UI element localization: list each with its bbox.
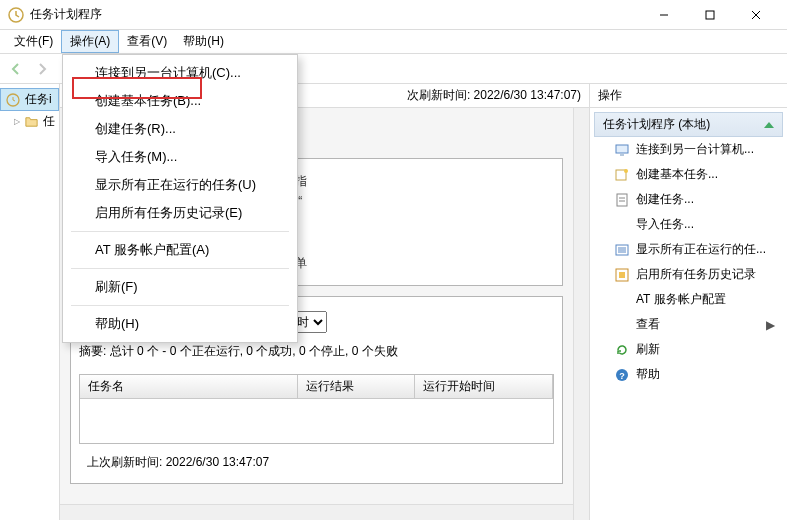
app-icon — [8, 7, 24, 23]
title-bar: 任务计划程序 — [0, 0, 787, 30]
action-show-running[interactable]: 显示所有正在运行的任... — [594, 237, 783, 262]
maximize-button[interactable] — [687, 0, 733, 30]
collapse-icon — [764, 122, 774, 128]
folder-icon — [24, 114, 39, 130]
svg-text:?: ? — [619, 371, 625, 381]
action-enable-history[interactable]: 启用所有任务历史记录 — [594, 262, 783, 287]
tree-pane: 任务i ▷ 任 — [0, 84, 60, 520]
svg-rect-1 — [706, 11, 714, 19]
action-import[interactable]: 导入任务... — [594, 212, 783, 237]
table-header: 任务名 运行结果 运行开始时间 — [80, 375, 553, 399]
status-summary: 摘要: 总计 0 个 - 0 个正在运行, 0 个成功, 0 个停止, 0 个失… — [79, 343, 554, 360]
help-icon: ? — [614, 367, 630, 383]
col-run-result[interactable]: 运行结果 — [298, 375, 415, 398]
back-button[interactable] — [6, 59, 26, 79]
action-connect[interactable]: 连接到另一台计算机... — [594, 137, 783, 162]
menu-view[interactable]: 查看(V) — [119, 31, 175, 52]
vertical-scrollbar[interactable] — [573, 108, 589, 520]
cm-at-account[interactable]: AT 服务帐户配置(A) — [65, 236, 295, 264]
submenu-arrow-icon: ▶ — [766, 318, 775, 332]
action-create-basic[interactable]: 创建基本任务... — [594, 162, 783, 187]
cm-connect[interactable]: 连接到另一台计算机(C)... — [65, 59, 295, 87]
tree-child-label: 任 — [43, 113, 55, 130]
menu-bar: 文件(F) 操作(A) 查看(V) 帮助(H) — [0, 30, 787, 54]
menu-help[interactable]: 帮助(H) — [175, 31, 232, 52]
col-start-time[interactable]: 运行开始时间 — [415, 375, 553, 398]
cm-show-running[interactable]: 显示所有正在运行的任务(U) — [65, 171, 295, 199]
last-refresh-header: 次刷新时间: 2022/6/30 13:47:07) — [407, 87, 581, 104]
refresh-icon — [614, 342, 630, 358]
tree-root-node[interactable]: 任务i — [0, 88, 59, 111]
cm-enable-history[interactable]: 启用所有任务历史记录(E) — [65, 199, 295, 227]
menu-file[interactable]: 文件(F) — [6, 31, 61, 52]
clock-icon — [5, 92, 21, 108]
actions-body: 任务计划程序 (本地) 连接到另一台计算机... 创建基本任务... 创建任务.… — [590, 108, 787, 520]
status-table: 任务名 运行结果 运行开始时间 — [79, 374, 554, 444]
col-task-name[interactable]: 任务名 — [80, 375, 298, 398]
computer-icon — [614, 142, 630, 158]
actions-pane: 操作 任务计划程序 (本地) 连接到另一台计算机... 创建基本任务... 创建… — [590, 84, 787, 520]
cm-separator-3 — [71, 305, 289, 306]
cm-create-task[interactable]: 创建任务(R)... — [65, 115, 295, 143]
action-help[interactable]: ? 帮助 — [594, 362, 783, 387]
action-create-task[interactable]: 创建任务... — [594, 187, 783, 212]
action-context-menu: 连接到另一台计算机(C)... 创建基本任务(B)... 创建任务(R)... … — [62, 54, 298, 343]
action-refresh[interactable]: 刷新 — [594, 337, 783, 362]
cm-create-basic[interactable]: 创建基本任务(B)... — [65, 87, 295, 115]
action-at-account[interactable]: AT 服务帐户配置 — [594, 287, 783, 312]
cm-help[interactable]: 帮助(H) — [65, 310, 295, 338]
action-group-header[interactable]: 任务计划程序 (本地) — [594, 112, 783, 137]
menu-action[interactable]: 操作(A) — [61, 30, 119, 53]
wand-icon — [614, 167, 630, 183]
svg-point-10 — [624, 169, 628, 173]
list-icon — [614, 242, 630, 258]
minimize-button[interactable] — [641, 0, 687, 30]
action-view[interactable]: 查看 ▶ — [594, 312, 783, 337]
history-icon — [614, 267, 630, 283]
tree-root-label: 任务i — [25, 91, 52, 108]
svg-rect-8 — [620, 154, 624, 156]
expand-icon[interactable]: ▷ — [14, 117, 20, 126]
svg-rect-7 — [616, 145, 628, 153]
horizontal-scrollbar[interactable] — [60, 504, 573, 520]
svg-rect-11 — [617, 194, 627, 206]
footer-refresh: 上次刷新时间: 2022/6/30 13:47:07 — [79, 444, 554, 475]
window-title: 任务计划程序 — [30, 6, 102, 23]
cm-separator-2 — [71, 268, 289, 269]
cm-separator — [71, 231, 289, 232]
actions-title: 操作 — [590, 84, 787, 108]
tree-child-node[interactable]: ▷ 任 — [0, 111, 59, 132]
cm-refresh[interactable]: 刷新(F) — [65, 273, 295, 301]
forward-button[interactable] — [32, 59, 52, 79]
close-button[interactable] — [733, 0, 779, 30]
cm-import[interactable]: 导入任务(M)... — [65, 143, 295, 171]
task-icon — [614, 192, 630, 208]
